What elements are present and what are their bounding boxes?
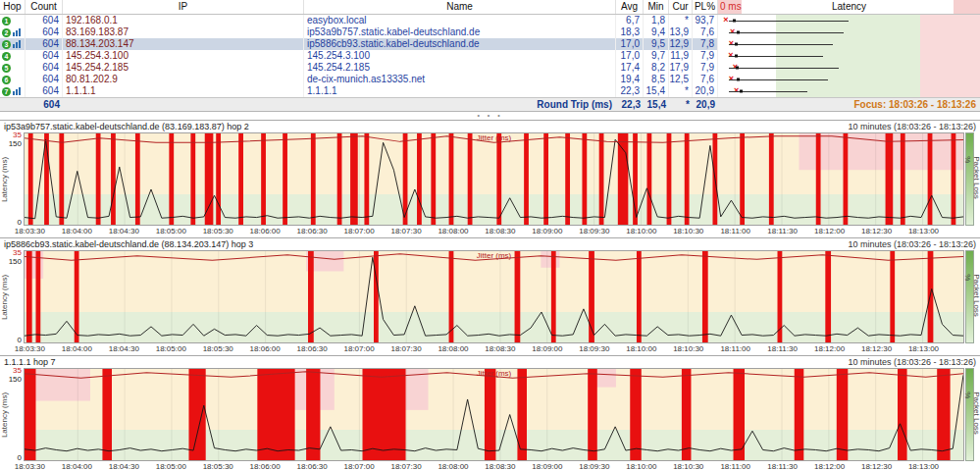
- graph-body: Latency (ms)351500Jitter (ms)Packet Loss…: [0, 132, 980, 226]
- avg-latency-dot: [735, 43, 738, 46]
- x-tick-label: 18:08:00: [438, 227, 468, 235]
- hop-status-icon: 3: [2, 40, 11, 49]
- latency-bar-cell: ×: [718, 38, 980, 50]
- graph-open-icon: [13, 87, 21, 95]
- latency-graph-hop-7: 1.1.1.1 hop 710 minutes (18:03:26 - 18:1…: [0, 355, 980, 470]
- avg-latency-dot: [733, 20, 736, 23]
- avg-cell: 17,0: [616, 38, 644, 50]
- trace-row-hop-6[interactable]: 660480.81.202.9de-cix-munich.as13335.net…: [0, 74, 980, 85]
- graph-header: ip5886cb93.static.kabel-deutschland.de (…: [0, 238, 980, 250]
- x-tick-label: 18:11:30: [767, 462, 798, 470]
- x-tick-label: 18:08:30: [485, 344, 515, 353]
- column-header-name[interactable]: Name: [304, 0, 616, 14]
- pl-cell: 93,7: [693, 15, 718, 26]
- column-header-ip[interactable]: IP: [63, 0, 304, 14]
- column-header-cur[interactable]: Cur: [669, 0, 693, 14]
- min-cell: 9,4: [644, 26, 669, 38]
- avg-cell: 17,0: [616, 50, 644, 62]
- avg-cell: 19,4: [616, 74, 644, 85]
- graph-title: ip5886cb93.static.kabel-deutschland.de (…: [4, 239, 253, 249]
- round-trip-row[interactable]: 604 Round Trip (ms) 22,3 15,4 * 20,9 Foc…: [0, 97, 980, 111]
- latency-bar-cell: ×: [718, 62, 980, 74]
- x-tick-label: 18:08:30: [485, 462, 515, 470]
- latency-axis-max: 150: [9, 375, 22, 384]
- footer-avg-cell: 22,3: [616, 98, 644, 111]
- x-tick-label: 18:13:00: [908, 227, 939, 235]
- ip-cell: 145.254.3.100: [63, 50, 304, 62]
- column-header-count[interactable]: Count: [26, 0, 63, 14]
- count-cell: 604: [26, 26, 63, 38]
- x-tick-label: 18:07:00: [343, 462, 374, 470]
- trace-rows: 1604192.168.0.1easybox.local6,71,8*93,7×…: [0, 15, 980, 97]
- pl-cell: 7,6: [693, 26, 718, 38]
- column-header-latency[interactable]: 0 ms Latency 313,3: [718, 0, 980, 14]
- x-tick-label: 18:09:30: [579, 227, 609, 235]
- latency-axis-min: 0: [18, 336, 22, 344]
- name-cell: 1.1.1.1: [304, 85, 616, 97]
- name-cell: 145.254.2.185: [304, 62, 616, 74]
- name-cell: 145.254.3.100: [304, 50, 616, 62]
- column-header-min[interactable]: Min: [644, 0, 669, 14]
- x-tick-label: 18:13:00: [908, 462, 939, 470]
- avg-latency-dot: [737, 31, 740, 34]
- hop-cell: 2: [0, 26, 26, 38]
- x-tick-label: 18:09:30: [579, 462, 609, 470]
- graph-range-label: 10 minutes (18:03:26 - 18:13:26): [848, 239, 976, 249]
- avg-cell: 6,7: [616, 15, 644, 26]
- x-tick-label: 18:10:00: [626, 462, 656, 470]
- x-tick-label: 18:09:00: [532, 344, 562, 353]
- x-tick-label: 18:04:00: [62, 462, 92, 470]
- ip-cell: 88.134.203.147: [63, 38, 304, 50]
- x-tick-label: 18:10:30: [673, 344, 703, 353]
- splitter-handle[interactable]: • • •: [0, 112, 980, 120]
- focus-range-label: Focus: 18:03:26 - 18:13:26: [718, 98, 980, 111]
- latency-axis: Latency (ms)351500: [0, 132, 24, 226]
- count-cell: 604: [26, 74, 63, 85]
- trace-row-hop-4[interactable]: 4604145.254.3.100145.254.3.10017,09,711,…: [0, 50, 980, 62]
- x-tick-label: 18:07:30: [390, 344, 421, 353]
- x-tick-label: 18:03:30: [15, 462, 45, 470]
- pl-cell: 7,9: [693, 50, 718, 62]
- trace-row-hop-5[interactable]: 5604145.254.2.185145.254.2.18517,48,217,…: [0, 62, 980, 74]
- x-tick-label: 18:09:00: [532, 462, 562, 470]
- x-tick-label: 18:05:30: [203, 227, 233, 235]
- name-cell: ip53a9b757.static.kabel-deutschland.de: [304, 26, 616, 38]
- time-axis: 18:03:3018:04:0018:04:3018:05:0018:05:30…: [24, 461, 964, 470]
- x-tick-label: 18:11:30: [767, 344, 798, 353]
- column-header-avg[interactable]: Avg: [616, 0, 644, 14]
- latency-bar-cell: ×: [718, 50, 980, 62]
- latency-plot[interactable]: Jitter (ms): [24, 250, 964, 343]
- ip-cell: 145.254.2.185: [63, 62, 304, 74]
- latency-range-whisker: [729, 56, 823, 57]
- x-tick-label: 18:06:00: [250, 462, 281, 470]
- trace-row-hop-7[interactable]: 76041.1.1.11.1.1.122,315,4*20,9×: [0, 85, 980, 97]
- min-cell: 8,2: [644, 62, 669, 74]
- footer-min-cell: 15,4: [644, 98, 669, 111]
- jitter-axis-max: 35: [13, 366, 22, 375]
- packet-loss-axis-label: Packet Loss %: [963, 392, 980, 439]
- latency-bar-cell: ×: [718, 26, 980, 38]
- latency-axis-label: Latency (ms): [0, 392, 9, 437]
- x-tick-label: 18:09:00: [532, 227, 562, 235]
- x-tick-label: 18:10:00: [626, 344, 656, 353]
- trace-row-hop-2[interactable]: 260483.169.183.87ip53a9b757.static.kabel…: [0, 26, 980, 38]
- x-tick-label: 18:11:30: [767, 227, 798, 235]
- graph-header: 1.1.1.1 hop 710 minutes (18:03:26 - 18:1…: [0, 356, 980, 368]
- min-cell: 9,5: [644, 38, 669, 50]
- x-tick-label: 18:06:00: [250, 227, 281, 235]
- trace-row-hop-1[interactable]: 1604192.168.0.1easybox.local6,71,8*93,7×: [0, 15, 980, 26]
- x-tick-label: 18:12:30: [861, 344, 892, 353]
- latency-plot[interactable]: Jitter (ms): [24, 132, 964, 226]
- cur-cell: 11,9: [669, 50, 693, 62]
- avg-cell: 17,4: [616, 62, 644, 74]
- x-tick-label: 18:05:00: [156, 462, 186, 470]
- trace-row-hop-3[interactable]: 360488.134.203.147ip5886cb93.static.kabe…: [0, 38, 980, 50]
- latency-plot[interactable]: Jitter (ms): [24, 368, 964, 461]
- graph-panels: ip53a9b757.static.kabel-deutschland.de (…: [0, 120, 980, 470]
- packet-loss-axis: Packet Loss %: [964, 368, 980, 461]
- column-header-pl[interactable]: PL%: [693, 0, 718, 14]
- graph-range-label: 10 minutes (18:03:26 - 18:13:26): [848, 122, 976, 131]
- name-cell: de-cix-munich.as13335.net: [304, 74, 616, 85]
- pl-cell: 7,9: [693, 62, 718, 74]
- column-header-hop[interactable]: Hop: [0, 0, 26, 14]
